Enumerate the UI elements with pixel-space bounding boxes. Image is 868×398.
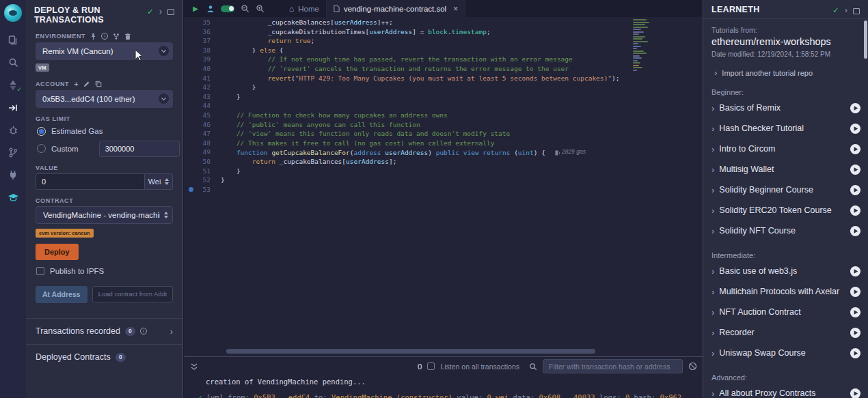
close-tab-icon[interactable]: ×	[453, 4, 458, 14]
editor-minimap[interactable]	[633, 19, 656, 71]
code-line[interactable]: 35 _cupcakeBalances[userAddress]++;	[184, 18, 703, 27]
line-number[interactable]: 40	[184, 64, 221, 74]
tutorial-item[interactable]: ›Basics of Remix	[711, 98, 861, 118]
code-line[interactable]: 42 }	[184, 83, 703, 92]
line-number[interactable]: 37	[184, 36, 221, 46]
transactions-recorded-row[interactable]: Transactions recorded 0 i ›	[26, 318, 182, 344]
play-tutorial-button[interactable]	[850, 286, 861, 298]
tutorial-item[interactable]: ›NFT Auction Contract	[711, 302, 861, 322]
line-number[interactable]: 44	[184, 101, 221, 111]
line-number[interactable]: 46	[184, 120, 221, 130]
play-tutorial-button[interactable]	[850, 266, 861, 277]
estimated-gas-radio[interactable]	[37, 127, 46, 136]
play-tutorial-button[interactable]	[850, 307, 861, 318]
terminal-expand-icon[interactable]	[191, 363, 198, 371]
account-select[interactable]: 0x5B3...eddC4 (100 ether)	[36, 90, 173, 108]
file-explorer-icon[interactable]	[0, 29, 26, 51]
ai-assistant-icon[interactable]	[203, 0, 218, 17]
environment-info-icon[interactable]: i	[101, 33, 108, 40]
play-tutorial-button[interactable]	[850, 143, 861, 155]
search-icon[interactable]	[0, 51, 26, 74]
horizontal-scrollbar[interactable]	[226, 349, 595, 354]
zoom-out-icon[interactable]	[237, 0, 252, 17]
zoom-in-icon[interactable]	[252, 0, 267, 17]
code-line[interactable]: 53	[184, 185, 703, 195]
line-number[interactable]: 36	[184, 27, 221, 37]
tutorial-item[interactable]: ›Solidity NFT Course	[711, 221, 861, 241]
tutorial-item[interactable]: ›Recorder	[711, 322, 861, 343]
tutorial-item[interactable]: ›Multisig Wallet	[711, 159, 861, 180]
deployed-contracts-row[interactable]: Deployed Contracts 0	[26, 344, 182, 370]
code-line[interactable]: 47 // 'view' means this function only re…	[184, 129, 703, 139]
play-tutorial-button[interactable]	[850, 327, 861, 339]
code-viewport[interactable]: 35 _cupcakeBalances[userAddress]++;36 _c…	[184, 18, 703, 347]
panel-popout-icon[interactable]	[167, 9, 174, 15]
debugger-icon[interactable]	[0, 119, 26, 141]
terminal-filter-input[interactable]	[543, 359, 683, 373]
play-tutorial-button[interactable]	[850, 205, 861, 216]
code-line[interactable]: 41 revert("HTTP 429: Too Many Cupcakes (…	[184, 74, 703, 83]
source-control-icon[interactable]	[0, 141, 26, 164]
transactions-expand-chevron-icon[interactable]: ›	[170, 326, 173, 337]
contract-select[interactable]: VendingMachine - vending-machine-contrac…	[36, 206, 173, 224]
run-script-button[interactable]: ▶	[188, 0, 203, 17]
tutorial-item[interactable]: ›Solidity Beginner Course	[711, 180, 861, 200]
code-line[interactable]: 38 } else {	[184, 46, 703, 55]
play-tutorial-button[interactable]	[850, 347, 861, 359]
line-number[interactable]: 42	[184, 83, 221, 92]
code-line[interactable]: 49 function getCupcakeBalanceFor(address…	[184, 147, 703, 157]
remix-logo-icon[interactable]	[4, 4, 22, 22]
deploy-button[interactable]: Deploy	[36, 244, 79, 260]
play-tutorial-button[interactable]	[850, 225, 861, 237]
learneth-popout-icon[interactable]	[853, 8, 860, 14]
environment-select[interactable]: Remix VM (Cancun)	[36, 42, 173, 60]
panel-collapse-chevron-icon[interactable]: ›	[159, 7, 162, 16]
code-line[interactable]: 51 }	[184, 167, 703, 176]
custom-gas-input[interactable]	[99, 141, 180, 157]
deploy-and-run-icon[interactable]	[0, 96, 26, 119]
account-chevron-icon[interactable]	[159, 94, 169, 104]
copy-account-icon[interactable]	[95, 81, 102, 87]
line-number[interactable]: 39	[184, 55, 221, 64]
line-number[interactable]: 47	[184, 129, 221, 139]
edit-account-pencil-icon[interactable]	[83, 81, 90, 87]
tab-vending-machine-contract[interactable]: vending-machine-contract.sol ×	[327, 0, 465, 17]
plugin-manager-icon[interactable]	[0, 164, 26, 186]
breakpoint-dot-icon[interactable]	[189, 187, 193, 192]
play-tutorial-button[interactable]	[850, 102, 861, 114]
pin-environment-icon[interactable]	[90, 33, 96, 40]
tutorial-item[interactable]: ›Solidity ERC20 Token Course	[711, 200, 861, 221]
play-tutorial-button[interactable]	[850, 388, 861, 398]
transactions-info-icon[interactable]: i	[140, 328, 147, 335]
code-line[interactable]: 40 // 'revert' cancels the transaction a…	[184, 64, 703, 74]
code-line[interactable]: 36 _cupcakeDistributionTimes[userAddress…	[184, 27, 703, 37]
tab-home[interactable]: ⌂ Home	[282, 0, 327, 17]
tutorial-item[interactable]: ›Intro to Circom	[711, 139, 861, 159]
custom-gas-radio[interactable]	[37, 144, 46, 153]
tutorial-item[interactable]: ›Basic use of web3.js	[711, 261, 861, 281]
environment-chevron-icon[interactable]	[159, 46, 169, 56]
line-number[interactable]: 51	[184, 167, 221, 176]
import-tutorial-repo-row[interactable]: › Import another tutorial repo	[714, 68, 860, 78]
code-line[interactable]: 37 return true;	[184, 36, 703, 46]
code-line[interactable]: 46 // 'public' means anyone can call thi…	[184, 120, 703, 130]
delete-state-trash-icon[interactable]	[124, 33, 131, 40]
line-number[interactable]: 50	[184, 157, 221, 167]
value-input[interactable]	[36, 173, 145, 190]
code-line[interactable]: 52}	[184, 175, 703, 185]
value-unit-select[interactable]: Wei	[145, 173, 173, 190]
line-number[interactable]: 49	[184, 147, 221, 157]
line-number[interactable]: 41	[184, 74, 221, 83]
at-address-button[interactable]: At Address	[36, 286, 87, 303]
tutorial-item[interactable]: ›Multichain Protocols with Axelar	[711, 281, 861, 302]
fork-state-icon[interactable]	[113, 33, 120, 40]
line-number[interactable]: 45	[184, 111, 221, 120]
play-tutorial-button[interactable]	[850, 184, 861, 196]
at-address-input[interactable]	[92, 286, 173, 302]
solidity-compiler-icon[interactable]: ✓	[0, 74, 26, 96]
tutorial-item[interactable]: ›Uniswap Swap Course	[711, 343, 861, 363]
line-number[interactable]: 52	[184, 175, 221, 185]
code-line[interactable]: 45 // Function to check how many cupcake…	[184, 111, 703, 120]
line-number[interactable]: 48	[184, 139, 221, 148]
line-number[interactable]: 43	[184, 92, 221, 102]
